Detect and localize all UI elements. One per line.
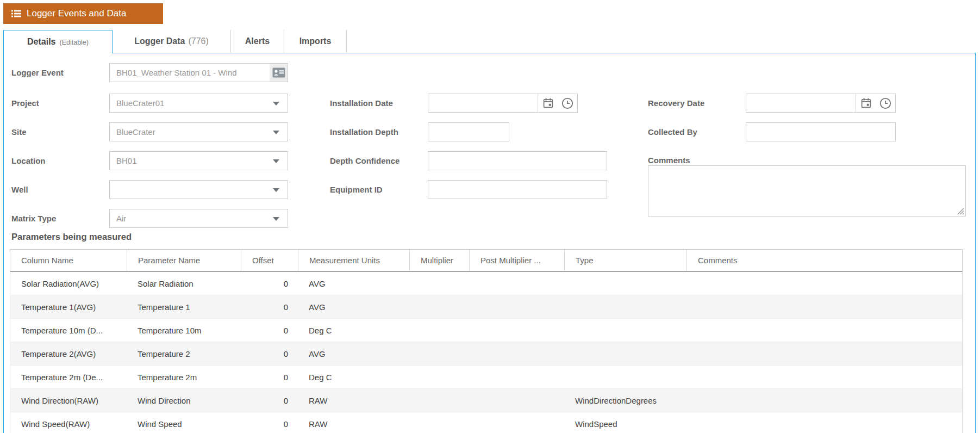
tab-details-label: Details xyxy=(27,37,55,46)
table-cell-offset: 0 xyxy=(241,366,298,388)
table-cell-comments xyxy=(686,389,962,412)
tab-details-suffix: (Editable) xyxy=(59,39,89,46)
installation-date-clock-button[interactable] xyxy=(558,94,577,112)
table-cell-post-multiplier xyxy=(469,272,564,295)
matrix-type-value: Air xyxy=(116,214,126,223)
comments-textarea[interactable] xyxy=(648,166,965,216)
tab-alerts[interactable]: Alerts xyxy=(231,30,284,53)
table-cell-measurement-units: RAW xyxy=(298,389,409,412)
site-label: Site xyxy=(11,127,27,137)
table-cell-post-multiplier xyxy=(469,342,564,365)
project-label: Project xyxy=(11,98,39,108)
caret-down-icon xyxy=(273,102,279,106)
depth-confidence-label: Depth Confidence xyxy=(330,156,400,165)
logger-events-screen: Logger Events and Data Details(Editable)… xyxy=(0,0,980,433)
well-dropdown[interactable] xyxy=(109,180,288,199)
caret-down-icon xyxy=(273,188,279,192)
table-cell-column-name: Temperature 10m (D... xyxy=(10,319,127,342)
installation-date-calendar-button[interactable] xyxy=(538,94,558,112)
installation-date-input[interactable] xyxy=(428,94,538,112)
matrix-type-dropdown[interactable]: Air xyxy=(109,209,288,228)
table-cell-type xyxy=(564,366,686,388)
installation-date-field xyxy=(428,94,578,113)
column-header[interactable]: Type xyxy=(565,250,687,271)
table-cell-offset: 0 xyxy=(241,295,298,318)
parameters-table: Column Name Parameter Name Offset Measur… xyxy=(10,249,963,433)
table-row[interactable]: Solar Radiation(AVG) Solar Radiation 0 A… xyxy=(10,272,962,295)
project-dropdown[interactable]: BlueCrater01 xyxy=(109,94,288,113)
table-cell-multiplier xyxy=(409,389,469,412)
calendar-icon xyxy=(860,97,872,109)
table-row[interactable]: Temperature 10m (D... Temperature 10m 0 … xyxy=(10,319,962,342)
tab-logger-data[interactable]: Logger Data(776) xyxy=(113,30,231,53)
column-header[interactable]: Measurement Units xyxy=(298,250,410,271)
column-header[interactable]: Column Name xyxy=(10,250,127,271)
caret-down-icon xyxy=(273,217,279,221)
caret-down-icon xyxy=(273,131,279,134)
table-cell-type xyxy=(564,272,686,295)
equipment-id-input[interactable] xyxy=(428,180,607,199)
recovery-date-calendar-button[interactable] xyxy=(856,94,876,112)
table-cell-column-name: Solar Radiation(AVG) xyxy=(10,272,127,295)
logger-event-input[interactable] xyxy=(110,64,270,82)
table-cell-offset: 0 xyxy=(241,412,298,433)
comments-field xyxy=(648,165,966,216)
table-cell-parameter-name: Temperature 2 xyxy=(127,342,241,365)
table-cell-comments xyxy=(686,342,962,365)
table-cell-type: WindSpeed xyxy=(564,412,686,433)
table-row[interactable]: Temperature 2m (De... Temperature 2m 0 D… xyxy=(10,366,962,389)
table-cell-column-name: Temperature 2(AVG) xyxy=(10,342,127,365)
column-header[interactable]: Post Multiplier ... xyxy=(470,250,565,271)
table-cell-measurement-units: Deg C xyxy=(298,366,409,388)
table-cell-multiplier xyxy=(409,272,469,295)
table-cell-column-name: Wind Direction(RAW) xyxy=(10,389,127,412)
column-header[interactable]: Multiplier xyxy=(410,250,470,271)
table-header-row: Column Name Parameter Name Offset Measur… xyxy=(10,249,963,272)
tab-imports-label: Imports xyxy=(299,36,332,46)
logger-event-lookup-button[interactable] xyxy=(270,64,288,82)
table-cell-post-multiplier xyxy=(469,366,564,388)
logger-event-field xyxy=(109,63,288,82)
table-row[interactable]: Temperature 2(AVG) Temperature 2 0 AVG xyxy=(10,342,962,366)
caret-down-icon xyxy=(273,159,279,163)
column-header[interactable]: Comments xyxy=(687,250,962,271)
clock-icon xyxy=(879,97,891,109)
location-dropdown[interactable]: BH01 xyxy=(109,151,288,170)
table-cell-column-name: Wind Speed(RAW) xyxy=(10,412,127,433)
depth-confidence-input[interactable] xyxy=(428,151,607,170)
contact-card-icon xyxy=(272,67,285,78)
table-cell-type: WindDirectionDegrees xyxy=(564,389,686,412)
installation-depth-label: Installation Depth xyxy=(330,127,398,137)
location-value: BH01 xyxy=(116,156,137,165)
matrix-type-label: Matrix Type xyxy=(11,214,56,223)
tab-details[interactable]: Details(Editable) xyxy=(3,30,113,53)
table-cell-measurement-units: AVG xyxy=(298,272,409,295)
table-cell-comments xyxy=(686,295,962,318)
resize-handle-icon[interactable] xyxy=(956,207,964,215)
recovery-date-clock-button[interactable] xyxy=(876,94,895,112)
table-cell-parameter-name: Temperature 2m xyxy=(127,366,241,388)
collected-by-input[interactable] xyxy=(746,122,896,141)
calendar-icon xyxy=(542,97,554,109)
installation-depth-input[interactable] xyxy=(428,122,509,141)
table-cell-offset: 0 xyxy=(241,319,298,342)
table-cell-measurement-units: RAW xyxy=(298,412,409,433)
table-cell-measurement-units: Deg C xyxy=(298,319,409,342)
table-cell-post-multiplier xyxy=(469,389,564,412)
tab-imports[interactable]: Imports xyxy=(284,30,347,53)
column-header[interactable]: Parameter Name xyxy=(127,250,241,271)
table-row[interactable]: Temperature 1(AVG) Temperature 1 0 AVG xyxy=(10,295,962,319)
logger-events-header-button[interactable]: Logger Events and Data xyxy=(3,3,163,24)
well-label: Well xyxy=(11,185,28,194)
table-cell-multiplier xyxy=(409,342,469,365)
table-cell-post-multiplier xyxy=(469,412,564,433)
recovery-date-input[interactable] xyxy=(746,94,856,112)
site-dropdown[interactable]: BlueCrater xyxy=(109,122,288,141)
tab-alerts-label: Alerts xyxy=(245,36,270,46)
table-cell-column-name: Temperature 1(AVG) xyxy=(10,295,127,318)
table-row[interactable]: Wind Speed(RAW) Wind Speed 0 RAW WindSpe… xyxy=(10,412,962,433)
table-row[interactable]: Wind Direction(RAW) Wind Direction 0 RAW… xyxy=(10,389,962,412)
table-cell-measurement-units: AVG xyxy=(298,295,409,318)
column-header[interactable]: Offset xyxy=(241,250,298,271)
parameters-section-title: Parameters being measured xyxy=(11,232,132,242)
